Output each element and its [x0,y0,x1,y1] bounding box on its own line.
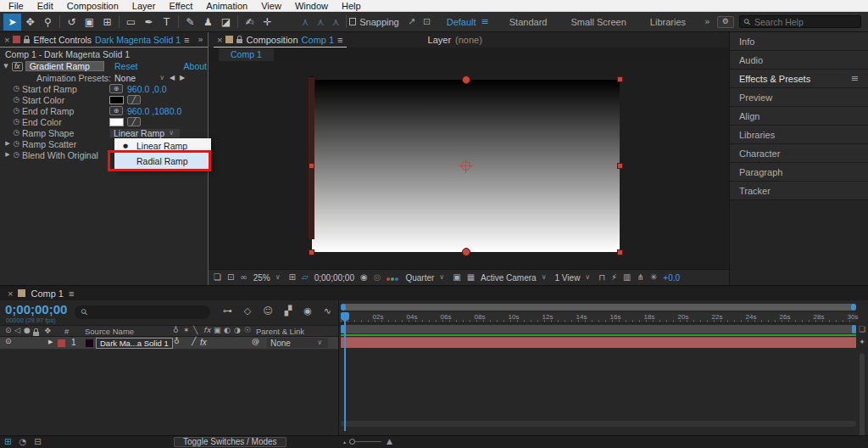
handle[interactable] [309,163,314,169]
vertical-scrollbar[interactable] [860,353,865,438]
effect-name[interactable]: Gradient Ramp [25,61,104,71]
collapse-transformations-icon[interactable]: ♁ [174,338,180,345]
expand-layer-switches-icon[interactable]: ⊞ [4,438,11,446]
hand-tool[interactable]: ✥ [21,14,39,31]
frame-blend-icon[interactable]: ▞ [285,306,292,316]
flowchart-button-icon[interactable]: ⋔ [637,273,644,282]
resolution-select[interactable]: Quarter∨ [405,273,447,283]
search-help-box[interactable]: ⚲ [739,15,861,28]
stopwatch-icon[interactable]: ◷ [11,129,22,137]
sidebar-panel-libraries[interactable]: Libraries [730,126,868,144]
draft-3d-icon[interactable]: ◇ [244,306,251,316]
reset-link[interactable]: Reset [114,61,137,71]
show-channel-icon[interactable] [387,273,399,283]
team-project-icon[interactable]: ⋏ [313,17,328,27]
audio-column-icon[interactable]: ◁ [14,327,20,334]
eraser-tool[interactable]: ◪ [217,14,235,31]
twirl-open-icon[interactable]: ▼ [3,64,9,70]
menu-view[interactable]: View [254,0,288,12]
parent-select[interactable]: None ∨ [267,338,328,348]
sidebar-panel-audio[interactable]: Audio [730,51,868,70]
expand-in-out-icon[interactable]: ⊟ [34,438,41,446]
search-help-input[interactable] [754,17,856,27]
layer-switch-icon[interactable]: ╲ [193,327,198,334]
fx-switch[interactable]: fx [200,338,207,347]
sidebar-panel-character[interactable]: Character [730,144,868,163]
snapping-checkbox[interactable] [349,18,356,25]
snapshot-icon[interactable]: ◉ [360,273,368,282]
type-tool[interactable]: T [158,14,175,31]
fast-previews-icon[interactable]: ⚡ [611,273,617,282]
sidebar-panel-align[interactable]: Align [730,107,868,126]
layer-duration-bar[interactable] [341,337,856,348]
transparency-grid-icon[interactable]: ▦ [467,273,475,282]
menu-window[interactable]: Window [288,0,335,12]
layer-row-1[interactable]: ⊙ ▶ 1 Dark Ma...a Solid 1 ♁ ╱ fx @ None … [0,337,338,350]
main-monitor-icon[interactable]: ⊡ [227,273,234,282]
workspace-small-screen[interactable]: Small Screen [570,17,626,27]
label-column-icon[interactable]: ❖ [44,327,52,335]
preview-time[interactable]: 0;00;00;00 [314,273,354,283]
layer-switch-icon[interactable]: ☉ [244,327,251,334]
tab-comp-1[interactable]: Comp 1 [219,48,274,61]
timeline-search-input[interactable] [92,306,193,319]
menu-edit[interactable]: Edit [31,0,60,12]
comp-button-icon[interactable]: ✦ [857,339,867,346]
playhead-line[interactable] [344,312,346,431]
timeline-search-box[interactable]: ⚲ [75,305,210,319]
zoom-in-icon[interactable]: ▲ [387,438,392,445]
stopwatch-icon[interactable]: ◷ [11,107,22,115]
always-preview-icon[interactable]: ❏ [214,273,221,282]
shy-icon[interactable]: ☺ [263,306,272,316]
reset-exposure-icon[interactable]: ✳ [650,273,657,282]
menu-help[interactable]: Help [335,0,368,12]
show-snapshot-icon[interactable]: ◎ [374,273,381,282]
lock-icon[interactable] [24,39,30,43]
gradient-ramp-effect-header[interactable]: ▼ fx Gradient Ramp Reset About [0,60,208,72]
puppet-pin-tool[interactable]: ✛ [259,14,276,31]
ramp-scatter-expand-icon[interactable]: ▶ [4,141,11,147]
ramp-start-handle[interactable] [462,76,470,84]
view-layout-select[interactable]: 1 View∨ [555,273,593,283]
zoom-tool[interactable]: ⚲ [39,14,57,31]
lock-column-icon[interactable] [33,332,39,336]
layer-switch-icon[interactable]: ◐ [224,327,231,334]
layer-name[interactable]: Dark Ma...a Solid 1 [96,338,173,349]
workspace-settings-icon[interactable]: ⚙ [717,16,734,28]
close-icon[interactable]: × [217,35,222,45]
comp-name[interactable]: Comp 1 [302,35,335,45]
sidebar-panel-paragraph[interactable]: Paragraph [730,163,868,182]
rotation-tool[interactable]: ↺ [63,14,81,31]
source-name-column-header[interactable]: Source Name [85,327,134,336]
stopwatch-icon[interactable]: ◷ [11,96,22,104]
workspace-standard[interactable]: Standard [509,17,548,27]
eyedropper-icon[interactable]: ╱ [127,117,141,126]
about-link[interactable]: About [184,61,207,71]
composition-viewer[interactable] [209,61,729,269]
handle[interactable] [309,249,314,255]
expand-transfer-controls-icon[interactable]: ◔ [19,438,26,446]
roto-brush-tool[interactable]: ✍ [241,14,259,31]
layer-switch-icon[interactable]: ♁ [173,327,179,334]
eye-icon[interactable]: ⊙ [5,338,12,345]
eyedropper-icon[interactable]: ╱ [127,95,141,104]
start-color-swatch[interactable] [109,96,124,104]
expand-icon[interactable]: ▶ [48,339,53,345]
exposure-value[interactable]: +0.0 [663,273,680,283]
menu-effect[interactable]: Effect [162,0,199,12]
blend-with-original-expand-icon[interactable]: ▶ [4,152,11,158]
close-icon[interactable]: × [8,288,13,299]
layer-label-chip[interactable] [58,339,65,347]
workspace-overflow-icon[interactable]: » [704,17,710,26]
layer-switch-icon[interactable]: fx [203,327,211,334]
toggle-switches-modes-button[interactable]: Toggle Switches / Modes [174,437,287,447]
workspace-default[interactable]: Default [447,17,476,27]
pen-tool[interactable]: ✒ [140,14,158,31]
ramp-shape-select[interactable]: Linear Ramp∨ [109,128,181,138]
panel-overflow-icon[interactable]: » [198,35,203,44]
handle[interactable] [617,163,623,169]
animation-presets-select[interactable]: None ∨ [114,73,167,83]
layer-panel-tab[interactable]: Layer (none) [428,35,482,45]
stopwatch-icon[interactable]: ◷ [11,85,22,92]
menu-layer[interactable]: Layer [125,0,163,12]
